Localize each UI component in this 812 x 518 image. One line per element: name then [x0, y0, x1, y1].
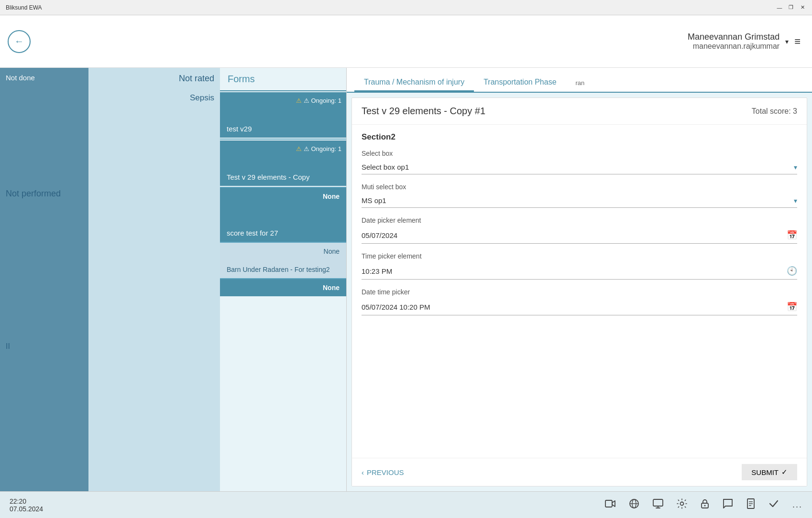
form-item-score-test[interactable]: None score test for 27: [220, 188, 346, 242]
tabs-bar: Trauma / Mechanism of injury Transportat…: [347, 68, 812, 93]
multi-select-input[interactable]: MS op1 ▾: [362, 194, 797, 208]
form-detail-body: Section2 Select box Select box op1 ▾ Mut…: [352, 125, 807, 458]
back-icon: ←: [14, 36, 24, 47]
warning-icon-1: ⚠: [296, 97, 302, 104]
warning-icon-2: ⚠: [296, 145, 302, 152]
time-picker-label: Time picker element: [362, 252, 797, 260]
not-done-header: Not done: [0, 68, 88, 87]
window-controls: — ❐ ✕: [776, 4, 806, 11]
close-button[interactable]: ✕: [799, 4, 806, 11]
time-picker-group: Time picker element 10:23 PM 🕙: [362, 252, 797, 280]
svg-rect-0: [605, 500, 612, 507]
form-detail-footer: ‹ PREVIOUS SUBMIT ✓: [352, 458, 807, 486]
datetime-calendar-icon: 📅: [787, 302, 797, 312]
tabs-and-content: Trauma / Mechanism of injury Transportat…: [347, 68, 812, 491]
user-info: Maneevannan Grimstad maneevannan.rajkumm…: [688, 32, 779, 51]
form-item-badge-2: ⚠ ⚠ Ongoing: 1: [296, 145, 341, 152]
status-columns: Not done Not performed II Not rated Seps…: [0, 68, 220, 491]
date-picker-input[interactable]: 05/07/2024 📅: [362, 227, 797, 244]
form-items-list: ⚠ ⚠ Ongoing: 1 test v29 ⚠ ⚠ Ongoing: 1 T…: [220, 91, 346, 491]
time-picker-value: 10:23 PM: [362, 267, 392, 275]
form-item-title-1: test v29: [227, 121, 340, 133]
header: ← Maneevannan Grimstad maneevannan.rajku…: [0, 15, 812, 68]
current-date: 07.05.2024: [10, 505, 43, 513]
multi-select-group: Muti select box MS op1 ▾: [362, 183, 797, 208]
tab-transportation[interactable]: Transportation Phase: [474, 74, 566, 92]
section-title: Section2: [362, 132, 797, 142]
user-name: Maneevannan Grimstad: [688, 32, 779, 42]
forms-header: Forms: [220, 68, 346, 91]
form-detail-panel: Test v 29 elements - Copy #1 Total score…: [351, 97, 807, 486]
not-performed-label: Not performed: [0, 183, 88, 205]
not-done-column: Not done Not performed II: [0, 68, 88, 491]
current-time: 22:20: [10, 497, 43, 505]
svg-point-7: [704, 505, 705, 507]
multi-select-dropdown-icon: ▾: [794, 197, 797, 205]
main-layout: Not done Not performed II Not rated Seps…: [0, 68, 812, 491]
datetime-picker-input[interactable]: 05/07/2024 10:20 PM 📅: [362, 299, 797, 315]
restore-button[interactable]: ❐: [787, 4, 795, 11]
form-item-title-2: Test v 29 elements - Copy: [227, 169, 340, 181]
form-item-title-3: score test for 27: [227, 215, 340, 237]
time-block: 22:20 07.05.2024: [10, 497, 43, 513]
left-panel: Not done Not performed II Not rated Seps…: [0, 68, 220, 491]
video-icon[interactable]: [605, 499, 615, 510]
form-detail-header: Test v 29 elements - Copy #1 Total score…: [352, 98, 807, 125]
form-item-test-v29[interactable]: ⚠ ⚠ Ongoing: 1 test v29: [220, 92, 346, 138]
datetime-picker-value: 05/07/2024 10:20 PM: [362, 303, 430, 311]
form-item-badge-4: None: [227, 248, 340, 255]
select-box-label: Select box: [362, 150, 797, 157]
globe-icon[interactable]: [629, 498, 639, 511]
back-button[interactable]: ←: [8, 30, 31, 53]
lock-icon[interactable]: [701, 498, 709, 511]
more-options-icon[interactable]: ...: [792, 500, 802, 510]
sepsis-label: Sepsis: [88, 89, 220, 107]
tab-partial[interactable]: ran: [566, 75, 594, 92]
form-item-test-v29-copy[interactable]: ⚠ ⚠ Ongoing: 1 Test v 29 elements - Copy: [220, 140, 346, 186]
titlebar: Bliksund EWA — ❐ ✕: [0, 0, 812, 15]
user-dropdown-icon[interactable]: ▾: [785, 38, 789, 45]
time-picker-input[interactable]: 10:23 PM 🕙: [362, 263, 797, 280]
select-box-group: Select box Select box op1 ▾: [362, 150, 797, 174]
multi-select-label: Muti select box: [362, 183, 797, 191]
not-rated-header: Not rated: [88, 68, 220, 89]
header-right: Maneevannan Grimstad maneevannan.rajkumm…: [688, 32, 801, 51]
app-title: Bliksund EWA: [6, 4, 42, 11]
clock-icon: 🕙: [787, 266, 797, 276]
submit-button[interactable]: SUBMIT ✓: [742, 464, 797, 480]
select-box-input[interactable]: Select box op1 ▾: [362, 160, 797, 174]
date-picker-label: Date picker element: [362, 216, 797, 224]
calendar-icon: 📅: [787, 230, 797, 240]
form-item-badge-1: ⚠ ⚠ Ongoing: 1: [296, 97, 341, 104]
svg-rect-4: [653, 499, 663, 506]
date-picker-group: Date picker element 05/07/2024 📅: [362, 216, 797, 244]
monitor-icon[interactable]: [653, 499, 663, 511]
menu-button[interactable]: ≡: [794, 35, 801, 48]
date-picker-value: 05/07/2024: [362, 231, 397, 239]
form-item-barn[interactable]: None Barn Under Radaren - For testing2: [220, 243, 346, 278]
minimize-button[interactable]: —: [776, 4, 783, 11]
settings-icon[interactable]: [677, 498, 687, 511]
form-item-badge-5: None: [227, 284, 340, 291]
datetime-picker-group: Date time picker 05/07/2024 10:20 PM 📅: [362, 288, 797, 315]
multi-select-value: MS op1: [362, 196, 386, 205]
select-box-dropdown-icon: ▾: [794, 163, 797, 171]
form-item-title-4: Barn Under Radaren - For testing2: [227, 263, 340, 273]
chat-icon[interactable]: [723, 498, 733, 511]
bottom-icons: ...: [605, 498, 802, 511]
form-item-last[interactable]: None: [220, 279, 346, 296]
bottom-bar: 22:20 07.05.2024 ...: [0, 491, 812, 518]
forms-panel: Forms ⚠ ⚠ Ongoing: 1 test v29 ⚠ ⚠ Ongoin…: [220, 68, 347, 491]
roman-ii-label: II: [0, 338, 88, 355]
checkmark-bottom-icon[interactable]: [768, 498, 779, 511]
total-score: Total score: 3: [752, 107, 797, 116]
document-icon[interactable]: [746, 498, 755, 511]
checkmark-icon: ✓: [781, 468, 788, 476]
datetime-picker-label: Date time picker: [362, 288, 797, 296]
previous-button[interactable]: ‹ PREVIOUS: [362, 468, 404, 476]
tab-trauma[interactable]: Trauma / Mechanism of injury: [354, 74, 474, 92]
chevron-left-icon: ‹: [362, 468, 364, 476]
menu-icon: ≡: [794, 35, 801, 47]
not-rated-column: Not rated Sepsis: [88, 68, 220, 491]
form-detail-title: Test v 29 elements - Copy #1: [362, 106, 485, 117]
